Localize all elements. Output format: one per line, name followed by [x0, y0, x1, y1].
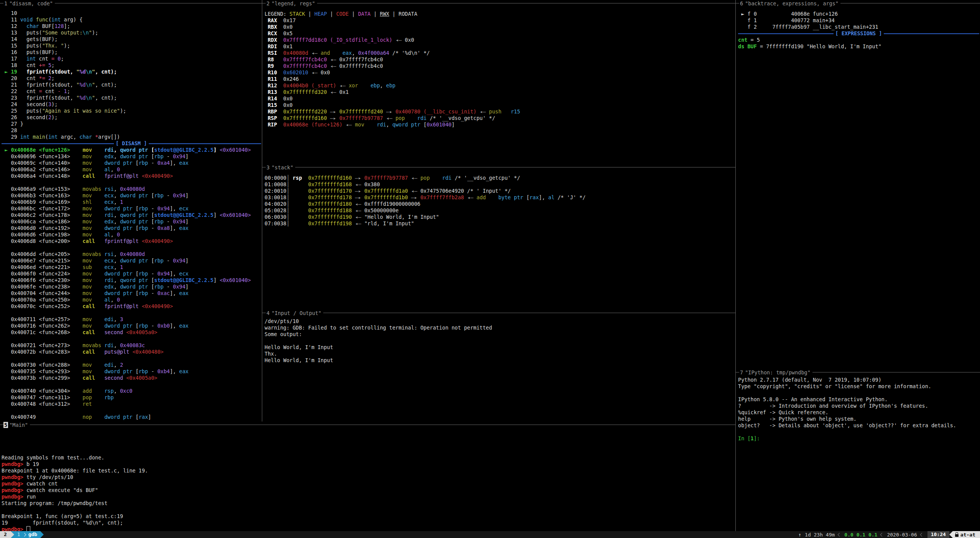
terminal-line: 0x400740 <func+304> add rsp, 0xc0	[2, 388, 261, 394]
terminal-line: RCX 0x5	[265, 30, 735, 37]
host-badge: at-at	[953, 531, 980, 538]
pane-border-vertical[interactable]	[735, 0, 736, 531]
border-line	[295, 167, 735, 167]
pane-main-gdb-console[interactable]: 5"Main" Reading symbols from test...done…	[0, 422, 735, 531]
terminal-line: Hello World, I'm Input	[265, 344, 735, 351]
pane-name: "legend, regs"	[271, 0, 315, 7]
terminal-line: 0x400730 <func+288> mov edi, 2	[2, 362, 261, 368]
terminal-line: pwndbg> cwatch cnt	[2, 481, 735, 487]
tmux-screen: 1"disasm, code" 10 11 void func(int arg)…	[0, 0, 980, 538]
terminal-line	[2, 336, 261, 342]
terminal-line: 29 int main(int argc, char *argv[])	[2, 134, 261, 140]
pane-disasm-code[interactable]: 1"disasm, code" 10 11 void func(int arg)…	[0, 0, 262, 422]
terminal-line: R12 0x4004b0 (_start) ◂— xor ebp, ebp	[265, 82, 735, 89]
terminal-line: IPython 5.8.0 -- An enhanced Interactive…	[738, 396, 979, 403]
terminal-line: 19 fprintf(stdout, "%d\n", cnt);	[2, 520, 735, 526]
terminal-line: 0x400716 <func+262> mov dword ptr [rbp -…	[2, 323, 261, 329]
border-dash	[0, 425, 3, 425]
powerline-arrow-icon	[949, 531, 953, 538]
pane-title: 5"Main"	[0, 422, 735, 428]
terminal-line: pwndbg> cwatch execute "ds BUF"	[2, 487, 735, 494]
terminal-line: pwndbg> run	[2, 494, 735, 500]
status-bar: 2 1gdb ↑ 1d 23h 49m 0.0 0.1 0.1 2020-03-…	[0, 531, 980, 538]
terminal-line: In [1]:	[738, 435, 979, 442]
terminal-line: ► 19 fprintf(stdout, "%d\n", cnt);	[2, 69, 261, 75]
terminal-line: cnt = 5	[738, 37, 979, 43]
terminal-line: 0x40072b <func+283> call puts@plt <0x400…	[2, 349, 261, 355]
pane-content: Reading symbols from test...done.pwndbg>…	[2, 454, 735, 531]
powerline-arrow-icon	[40, 531, 44, 538]
window-name: gdb	[28, 531, 37, 538]
pane-title: 3"stack"	[262, 164, 735, 171]
terminal-line: 0x4006a4 <func+148> call fprintf@plt <0x…	[2, 173, 261, 179]
pane-number: 5	[3, 422, 8, 428]
pane-ipython[interactable]: 7"IPython: tmp/pwndbg" Python 2.7.17 (de…	[736, 369, 980, 531]
load-average: 0.0 0.1 0.1	[844, 532, 877, 538]
terminal-line: 23 fprintf(stdout, "%d\n", cnt);	[2, 95, 261, 101]
pane-title: 4"Input / Output"	[262, 310, 735, 316]
terminal-line: 27 }	[2, 121, 261, 127]
terminal-line: 0x4006ca <func+186> mov edx, dword ptr […	[2, 218, 261, 225]
terminal-line: %quickref -> Quick reference.	[738, 409, 979, 416]
terminal-line: 07:0038│ 0x7fffffffd198 ◂— "rld, I'm Inp…	[265, 220, 735, 227]
terminal-line: Reading symbols from test...done.	[2, 454, 735, 461]
terminal-line: 25 puts("Again as it was so nice");	[2, 108, 261, 114]
chevron-left-icon	[838, 533, 842, 536]
border-dash	[262, 167, 266, 167]
terminal-line: 0x400735 <func+293> mov dword ptr [rbp -…	[2, 368, 261, 375]
session-badge[interactable]: 2	[0, 531, 11, 538]
terminal-line: 0x40071c <func+268> call second <0x4005a…	[2, 329, 261, 336]
terminal-line: 12 char BUF[128];	[2, 23, 261, 30]
border-line	[30, 425, 735, 425]
border-line	[323, 313, 735, 313]
terminal-line: 0x400721 <func+273> movabs rdi, 0x40083c	[2, 342, 261, 349]
terminal-line: object? -> Details about 'object', use '…	[738, 422, 979, 429]
status-right: ↑ 1d 23h 49m 0.0 0.1 0.1 2020-03-06 10:2…	[798, 531, 980, 538]
terminal-line: 00:0000│ rsp 0x7fffffffd160 —▸ 0x7ffff7b…	[265, 175, 735, 181]
terminal-line: R8 0x7ffff7fcb4c0 ◂— 0x7ffff7fcb4c0	[265, 56, 735, 63]
terminal-line: R9 0x7ffff7fcb4c0 ◂— 0x7ffff7fcb4c0	[265, 63, 735, 69]
pane-number: 6	[739, 0, 744, 7]
pane-legend-regs[interactable]: 2"legend, regs" LEGEND: STACK | HEAP | C…	[262, 0, 735, 164]
pane-content: ► f 0 40068e func+126 f 1 400772 main+34…	[738, 11, 979, 50]
terminal-line: 0x40069c <func+140> mov dword ptr [rbp -…	[2, 160, 261, 166]
pane-backtrace-expressions[interactable]: 6"backtrace, expressions, args" ► f 0 40…	[736, 0, 980, 369]
terminal-line: 0x400748 <func+312> ret	[2, 401, 261, 407]
terminal-line: help -> Python's own help system.	[738, 416, 979, 422]
terminal-line: 0x4006e7 <func+215> mov ecx, dword ptr […	[2, 258, 261, 264]
border-line	[840, 3, 980, 3]
terminal-line	[738, 390, 979, 396]
terminal-line: ► f 0 40068e func+126	[738, 11, 979, 17]
pane-name: "Main"	[9, 422, 28, 428]
terminal-line: 0x4006a9 <func+153> movabs rsi, 0x40080d	[2, 186, 261, 192]
pane-border-vertical[interactable]	[262, 0, 262, 422]
pane-stack[interactable]: 3"stack" 00:0000│ rsp 0x7fffffffd160 —▸ …	[262, 164, 735, 310]
terminal-line: Python 2.7.17 (default, Nov 7 2019, 10:0…	[738, 377, 979, 383]
terminal-line: 15 puts("Thx. ");	[2, 43, 261, 49]
terminal-line	[738, 429, 979, 435]
pane-content: 10 11 void func(int arg) { 12 char BUF[1…	[2, 10, 261, 420]
border-dash	[736, 372, 739, 372]
terminal-line: RBP 0x7fffffffd220 —▸ 0x7fffffffd240 —▸ …	[265, 108, 735, 115]
pane-name: "stack"	[271, 164, 293, 171]
border-dash	[262, 3, 266, 3]
terminal-line: 20 cnt *= 2;	[2, 75, 261, 82]
terminal-line	[2, 507, 735, 513]
terminal-line: 05:0028│ 0x7fffffffd188 ◂— 0x50000000e	[265, 207, 735, 214]
border-dash	[736, 3, 739, 3]
window-tab-gdb[interactable]: 1gdb	[14, 531, 40, 538]
terminal-line: /dev/pts/10	[265, 318, 735, 325]
terminal-line	[2, 381, 261, 388]
pane-content: /dev/pts/10warning: GDB: Failed to set c…	[265, 318, 735, 364]
terminal-line: 28	[2, 127, 261, 134]
terminal-line: pwndbg>	[2, 526, 735, 531]
terminal-line: 0x4006b9 <func+169> shl ecx, 1	[2, 199, 261, 205]
pane-number: 4	[266, 310, 270, 316]
pane-input-output[interactable]: 4"Input / Output" /dev/pts/10warning: GD…	[262, 310, 735, 422]
terminal-line: 17 int cnt = 0;	[2, 56, 261, 62]
pane-title: 2"legend, regs"	[262, 0, 735, 7]
terminal-line: RDX 0x7ffff7dd18c0 (_IO_stdfile_1_lock) …	[265, 37, 735, 43]
terminal-line: 26 second(2);	[2, 114, 261, 121]
pane-name: "Input / Output"	[271, 310, 321, 316]
terminal-line: 18 cnt += 5;	[2, 62, 261, 69]
